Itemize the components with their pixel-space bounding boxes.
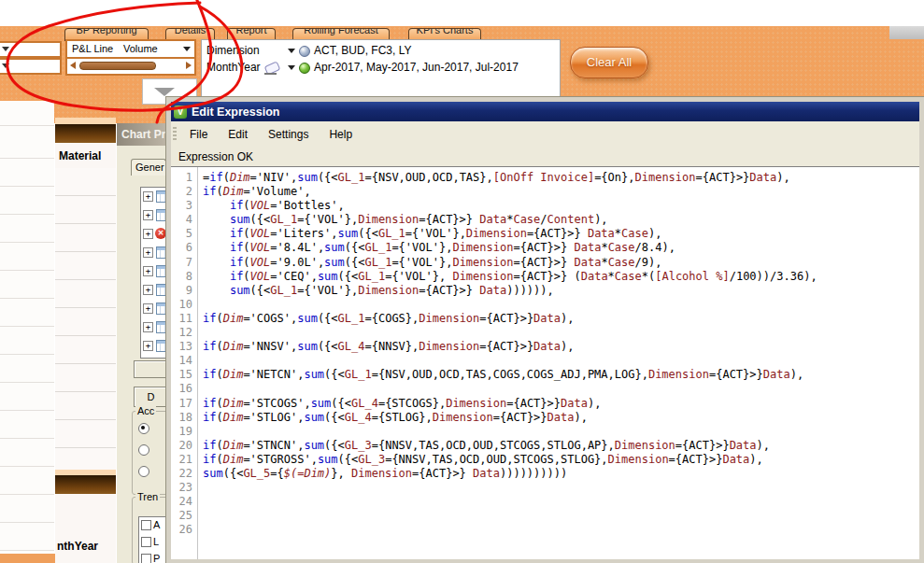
clear-all-button[interactable]: Clear All [570, 47, 648, 78]
pl-line-combo[interactable]: P&L Line Volume [67, 41, 194, 59]
material-caption: Material [59, 149, 101, 162]
listbox-header-bar[interactable] [55, 475, 116, 494]
line-number: 2 [171, 185, 192, 199]
tree-row[interactable]: + [141, 206, 169, 225]
chart-props-button-1[interactable] [134, 360, 168, 378]
screen: BP ReportingDetailsReportRolling Forecas… [0, 0, 924, 563]
chart-properties-window: Chart Pr Gener +++✕++++++ D Acc Tren ALP [117, 123, 166, 563]
line-number: 22 [171, 467, 192, 481]
pl-line-slider[interactable] [67, 59, 194, 72]
chevron-down-icon[interactable] [288, 65, 295, 70]
expand-plus-icon[interactable]: + [143, 266, 153, 276]
tree-row[interactable]: + [141, 300, 169, 318]
expand-plus-icon[interactable]: + [143, 247, 153, 258]
line-number: 21 [171, 453, 192, 467]
menu-item-edit[interactable]: Edit [218, 128, 258, 141]
selection-row-monthyear[interactable]: MonthYear Apr-2017, May-2017, Jun-2017, … [202, 60, 560, 76]
tree-row[interactable]: + [141, 281, 169, 300]
expression-code[interactable]: =if(Dim='NIV',sum({<GL_1={NSV,OUD,OCD,TA… [198, 167, 919, 559]
menu-item-settings[interactable]: Settings [258, 128, 319, 141]
code-line: if(VOL='Liters',sum({<GL_1={'VOL'},Dimen… [203, 227, 919, 241]
expand-plus-icon[interactable]: + [143, 285, 153, 295]
tab-general[interactable]: Gener [131, 159, 166, 176]
line-number: 25 [171, 509, 192, 523]
checkbox[interactable] [141, 520, 151, 530]
gray-bead-icon [299, 46, 310, 57]
field-label: MonthYear [206, 61, 261, 74]
trendline-option[interactable]: P [139, 551, 168, 563]
code-line: if(Dim='STGROSS',sum({<GL_3={NNSV,TAS,OC… [203, 453, 919, 467]
checkbox[interactable] [141, 554, 151, 563]
code-line: sum({<GL_1={'VOL'},Dimension={ACT}>} Dat… [203, 213, 919, 227]
code-line: if(Dim='STNCN',sum({<GL_3={NNSV,TAS,OCD,… [203, 439, 919, 453]
field-label: Dimension [206, 44, 260, 57]
expand-plus-icon[interactable]: + [143, 229, 153, 239]
cut-listbox-rows[interactable] [0, 101, 54, 554]
trendlines-listbox: ALP [138, 516, 169, 563]
chart-props-button-2[interactable]: D [134, 387, 168, 407]
slider-left-arrow-icon[interactable] [70, 62, 76, 69]
material-rows[interactable] [55, 168, 116, 470]
error-x-icon: ✕ [155, 228, 166, 239]
trendline-option[interactable]: L [139, 534, 168, 551]
current-selections-panel: Dimension ACT, BUD, FC3, LY MonthYear Ap… [201, 39, 561, 100]
expand-plus-icon[interactable]: + [143, 210, 153, 220]
code-line: if(Dim='Volume', [203, 185, 919, 199]
chevron-down-icon[interactable] [288, 49, 295, 53]
cut-combo-1[interactable] [0, 41, 62, 58]
pl-line-label: P&L Line [72, 43, 113, 54]
green-bead-icon [299, 63, 310, 74]
code-line [203, 523, 919, 537]
checkbox-label: L [153, 536, 159, 547]
expand-plus-icon[interactable]: + [143, 191, 153, 202]
expression-editor[interactable]: 1234567891011121314151617181920212223242… [171, 166, 919, 559]
code-line [203, 425, 919, 439]
toolbar-grip-icon[interactable] [173, 127, 177, 142]
tree-row[interactable]: +✕ [141, 225, 169, 244]
listbox-top-strip [55, 118, 116, 124]
tree-row[interactable]: + [141, 262, 169, 281]
menu-item-file[interactable]: File [179, 128, 218, 141]
line-number: 8 [171, 270, 192, 284]
code-line: if(Dim='STCOGS',sum({<GL_4={STCOGS},Dime… [203, 397, 919, 411]
line-number: 11 [171, 312, 192, 326]
line-number-gutter: 1234567891011121314151617181920212223242… [171, 167, 198, 559]
group-label: Tren [135, 491, 160, 502]
code-line [203, 382, 919, 396]
trendline-option[interactable]: A [139, 517, 168, 534]
checkbox[interactable] [141, 537, 151, 547]
line-number: 19 [171, 425, 192, 439]
line-number: 26 [171, 523, 192, 537]
code-line: if(VOL='8.4L',sum({<GL_1={'VOL'},Dimensi… [203, 241, 919, 255]
chart-properties-titlebar[interactable]: Chart Pr [117, 123, 166, 146]
tree-row[interactable]: + [141, 337, 169, 356]
edit-expression-titlebar[interactable]: V Edit Expression [171, 102, 919, 121]
pl-line-value: Volume [123, 43, 158, 54]
cut-combo-2[interactable] [0, 58, 62, 75]
chevron-down-icon[interactable] [183, 47, 191, 51]
tree-row[interactable]: + [141, 318, 169, 337]
tree-row[interactable]: + [141, 244, 169, 262]
line-number: 16 [171, 382, 192, 396]
expand-plus-icon[interactable]: + [143, 303, 153, 314]
expand-plus-icon[interactable]: + [143, 341, 153, 351]
code-line: if(Dim='STLOG',sum({<GL_4={STLOG},Dimens… [203, 411, 919, 425]
eraser-underline [264, 73, 277, 75]
selection-row-dimension[interactable]: Dimension ACT, BUD, FC3, LY [202, 43, 560, 59]
slider-thumb[interactable] [79, 62, 156, 70]
expand-plus-icon[interactable]: + [143, 322, 153, 332]
tree-row[interactable]: + [141, 188, 169, 206]
radio-button[interactable] [138, 444, 149, 456]
line-number: 9 [171, 284, 192, 298]
radio-button[interactable] [138, 466, 149, 477]
line-number: 24 [171, 495, 192, 509]
code-line [203, 509, 919, 523]
qlikview-app-icon: V [174, 106, 187, 119]
listbox-header-bar[interactable] [55, 124, 116, 143]
menu-item-help[interactable]: Help [319, 128, 362, 141]
material-listbox: Material nthYear [55, 118, 116, 563]
group-label: Acc [135, 405, 156, 416]
slider-right-arrow-icon[interactable] [186, 62, 192, 69]
code-line [203, 298, 919, 312]
radio-button[interactable] [138, 423, 149, 434]
